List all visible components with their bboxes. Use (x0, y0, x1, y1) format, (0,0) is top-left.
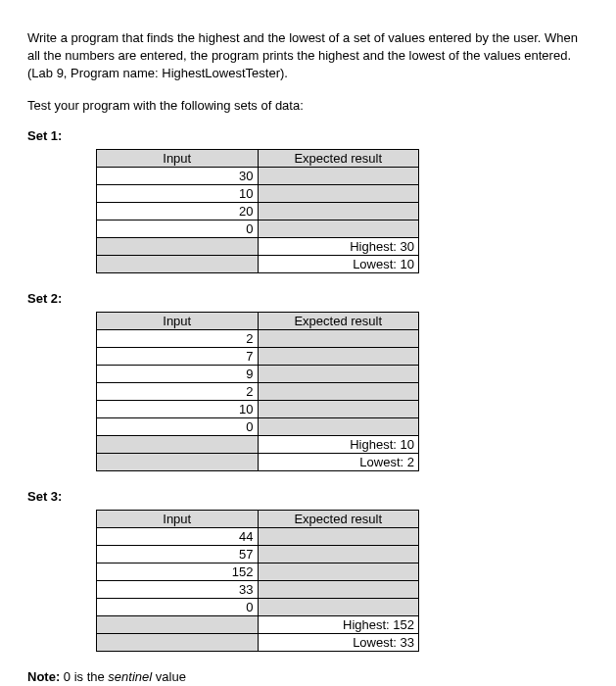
input-empty (97, 453, 259, 470)
result-empty (258, 167, 419, 184)
input-empty (97, 615, 259, 633)
note-label: Note: (27, 669, 60, 684)
table-row: Highest: 152 (97, 615, 419, 633)
result-empty (258, 365, 419, 382)
col-header-expected: Expected result (258, 312, 419, 329)
input-value: 10 (97, 184, 259, 202)
result-empty (258, 545, 419, 563)
table-row: 2 (97, 382, 419, 400)
input-value: 2 (97, 329, 259, 347)
table-row: 0 (97, 598, 419, 615)
table-row: 0 (97, 220, 419, 237)
result-value: Lowest: 33 (258, 633, 419, 651)
result-empty (258, 400, 419, 417)
table-row: 20 (97, 202, 419, 220)
result-value: Highest: 10 (258, 435, 419, 453)
col-header-input: Input (97, 312, 259, 329)
result-empty (258, 417, 419, 435)
test-instruction: Test your program with the following set… (27, 97, 589, 115)
table-row: Lowest: 33 (97, 633, 419, 651)
result-empty (258, 580, 419, 598)
result-value: Highest: 30 (258, 237, 419, 255)
table-row: 0 (97, 417, 419, 435)
input-empty (97, 435, 259, 453)
result-value: Highest: 152 (258, 615, 419, 633)
table-row: Highest: 10 (97, 435, 419, 453)
table-row: Highest: 30 (97, 237, 419, 255)
result-empty (258, 202, 419, 220)
col-header-expected: Expected result (258, 510, 419, 527)
input-value: 9 (97, 365, 259, 382)
table-row: 9 (97, 365, 419, 382)
result-empty (258, 184, 419, 202)
result-empty (258, 347, 419, 365)
table-row: 30 (97, 167, 419, 184)
input-empty (97, 633, 259, 651)
result-empty (258, 220, 419, 237)
input-value: 7 (97, 347, 259, 365)
table-row: 10 (97, 400, 419, 417)
col-header-expected: Expected result (258, 149, 419, 167)
result-empty (258, 329, 419, 347)
note-text-2: value (152, 669, 186, 684)
input-value: 0 (97, 220, 259, 237)
table-row: Lowest: 2 (97, 453, 419, 470)
set-label: Set 3: (27, 489, 589, 504)
table-row: 10 (97, 184, 419, 202)
input-value: 44 (97, 527, 259, 545)
set-label: Set 1: (27, 128, 589, 143)
result-empty (258, 527, 419, 545)
input-empty (97, 237, 259, 255)
col-header-input: Input (97, 510, 259, 527)
input-value: 30 (97, 167, 259, 184)
input-value: 0 (97, 417, 259, 435)
table-row: 33 (97, 580, 419, 598)
col-header-input: Input (97, 149, 259, 167)
set-label: Set 2: (27, 291, 589, 306)
table-row: 57 (97, 545, 419, 563)
input-value: 20 (97, 202, 259, 220)
set-block: InputExpected result2792100Highest: 10Lo… (96, 312, 589, 471)
table-row: Lowest: 10 (97, 255, 419, 272)
problem-description: Write a program that finds the highest a… (27, 29, 589, 83)
result-value: Lowest: 10 (258, 255, 419, 272)
result-empty (258, 598, 419, 615)
input-value: 10 (97, 400, 259, 417)
input-value: 2 (97, 382, 259, 400)
data-table: InputExpected result3010200Highest: 30Lo… (96, 149, 419, 273)
result-empty (258, 563, 419, 580)
result-empty (258, 382, 419, 400)
input-value: 57 (97, 545, 259, 563)
input-value: 0 (97, 598, 259, 615)
note-text-1: 0 is the (60, 669, 108, 684)
note-sentinel: sentinel (108, 669, 152, 684)
result-value: Lowest: 2 (258, 453, 419, 470)
table-row: 2 (97, 329, 419, 347)
data-table: InputExpected result2792100Highest: 10Lo… (96, 312, 419, 471)
set-block: InputExpected result4457152330Highest: 1… (96, 510, 589, 652)
input-value: 152 (97, 563, 259, 580)
table-row: 44 (97, 527, 419, 545)
table-row: 7 (97, 347, 419, 365)
set-block: InputExpected result3010200Highest: 30Lo… (96, 149, 589, 273)
table-row: 152 (97, 563, 419, 580)
input-value: 33 (97, 580, 259, 598)
input-empty (97, 255, 259, 272)
note-line: Note: 0 is the sentinel value (27, 669, 589, 684)
data-table: InputExpected result4457152330Highest: 1… (96, 510, 419, 652)
